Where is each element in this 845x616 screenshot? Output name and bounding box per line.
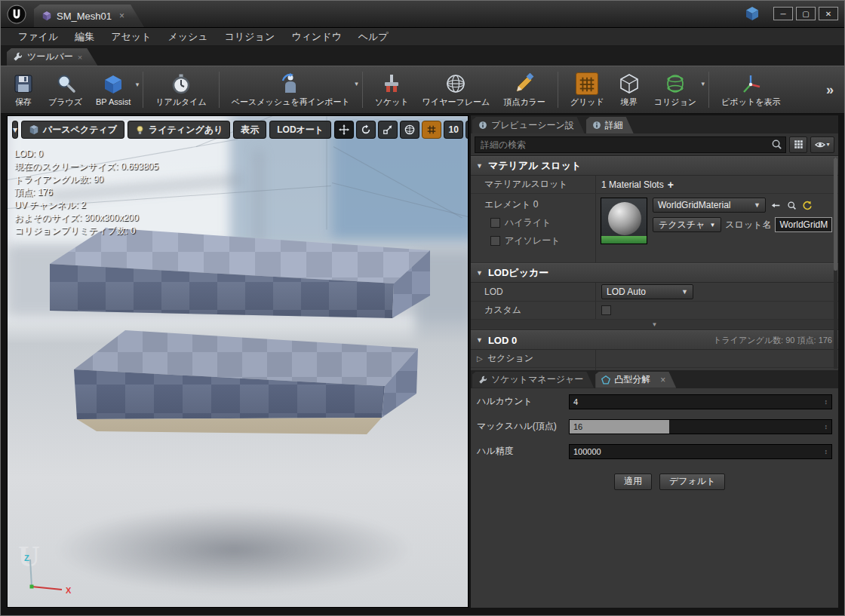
- vertex-color-icon: [513, 72, 536, 95]
- grid-size-value[interactable]: 10: [444, 121, 463, 139]
- browse-button[interactable]: ブラウズ: [41, 71, 89, 109]
- toolbar-tab-close-icon[interactable]: ×: [78, 53, 82, 62]
- isolate-checkbox[interactable]: [490, 236, 500, 246]
- reimport-button[interactable]: ベースメッシュを再インポート ▾: [225, 71, 357, 109]
- collision-button[interactable]: コリジョン ▾: [647, 71, 703, 109]
- section-lod-picker[interactable]: ▼LODピッカー: [471, 263, 838, 283]
- stat-lod: LOD: 0: [14, 148, 158, 161]
- material-thumbnail[interactable]: [601, 198, 647, 244]
- default-button[interactable]: デフォルト: [659, 473, 725, 490]
- socket-button[interactable]: ソケット: [368, 71, 416, 109]
- chevron-down-icon[interactable]: ▾: [355, 80, 358, 87]
- details-scrollbar[interactable]: [834, 158, 837, 369]
- angle-snap-button[interactable]: [466, 121, 469, 139]
- reset-icon[interactable]: [801, 199, 813, 211]
- tab-convex-decomposition[interactable]: 凸型分解 ×: [595, 372, 676, 388]
- menu-help[interactable]: ヘルプ: [350, 28, 397, 45]
- display-filter-button[interactable]: ▾: [810, 136, 834, 153]
- spin-fill: [570, 420, 669, 434]
- maximize-button[interactable]: ▢: [796, 7, 816, 20]
- toolbar-tab[interactable]: ツールバー ×: [7, 48, 97, 66]
- move-tool-button[interactable]: [334, 121, 354, 139]
- section-material-slots[interactable]: ▼マテリアル スロット: [471, 156, 838, 176]
- viewport[interactable]: ▾ パースペクティブ ライティングあり 表示 LODオート 10: [7, 115, 469, 608]
- add-material-slot-icon[interactable]: +: [668, 179, 674, 191]
- details-search-input[interactable]: [475, 136, 786, 153]
- grid-button[interactable]: グリッド: [564, 71, 611, 109]
- menubar: ファイル 編集 アセット メッシュ コリジョン ウィンドウ ヘルプ: [1, 28, 844, 46]
- toolbar-overflow-chevron-icon[interactable]: »: [820, 82, 840, 98]
- bp-assist-button[interactable]: BP Assist ▾: [89, 72, 137, 108]
- close-button[interactable]: ✕: [819, 7, 838, 20]
- details-search-row: ▾: [471, 133, 838, 156]
- vertex-color-button[interactable]: 頂点カラー: [496, 71, 552, 109]
- highlight-checkbox[interactable]: [490, 218, 500, 228]
- tab-close-icon[interactable]: ×: [660, 375, 665, 385]
- menu-window[interactable]: ウィンドウ: [283, 28, 350, 45]
- chevron-down-icon: ▼: [745, 201, 760, 209]
- slot-name-input[interactable]: WorldGridM: [775, 217, 832, 232]
- toolbar-tab-label: ツールバー: [27, 51, 73, 63]
- spin-arrows-icon[interactable]: ↕: [825, 448, 828, 455]
- menu-edit[interactable]: 編集: [66, 28, 103, 45]
- mesh-bottom-slab[interactable]: [68, 327, 421, 442]
- max-hull-input[interactable]: 16↕: [569, 419, 832, 434]
- tab-preview-scene[interactable]: プレビューシーン設: [472, 117, 585, 133]
- reimport-label: ベースメッシュを再インポート: [232, 97, 350, 108]
- lod-auto-button[interactable]: LODオート: [269, 121, 331, 139]
- scrollbar-thumb[interactable]: [834, 158, 837, 271]
- static-mesh-editor-window: SM_Mesh01 × ─ ▢ ✕ ファイル 編集 アセット メッシュ コリジョ…: [0, 0, 845, 616]
- element-label: エレメント 0: [484, 198, 595, 211]
- rotate-tool-button[interactable]: [356, 121, 376, 139]
- bp-assist-label: BP Assist: [96, 97, 131, 106]
- lit-mode-button[interactable]: ライティングあり: [128, 121, 230, 139]
- material-slots-label: マテリアルスロット: [471, 176, 596, 193]
- menu-asset[interactable]: アセット: [103, 28, 159, 45]
- realtime-button[interactable]: リアルタイム: [149, 71, 214, 109]
- tab-socket-manager[interactable]: ソケットマネージャー: [472, 372, 594, 388]
- bounds-button[interactable]: 境界: [611, 71, 647, 109]
- minimize-button[interactable]: ─: [773, 7, 793, 20]
- find-in-browser-icon[interactable]: [785, 199, 797, 211]
- hull-count-input[interactable]: 4↕: [569, 394, 832, 409]
- viewport-options-button[interactable]: ▾: [12, 121, 18, 139]
- perspective-button[interactable]: パースペクティブ: [21, 121, 124, 139]
- material-select[interactable]: WorldGridMaterial▼: [653, 198, 766, 213]
- asset-tab[interactable]: SM_Mesh01 ×: [34, 5, 144, 27]
- menu-collision[interactable]: コリジョン: [217, 28, 284, 45]
- scale-tool-button[interactable]: [378, 121, 398, 139]
- spin-arrows-icon[interactable]: ↕: [825, 423, 828, 431]
- window-controls: ─ ▢ ✕: [745, 6, 838, 21]
- save-button[interactable]: 保存: [5, 71, 41, 109]
- tab-details-label: 詳細: [605, 119, 623, 132]
- custom-row: カスタム: [471, 302, 838, 320]
- texture-dropdown-button[interactable]: テクスチャ▼: [653, 217, 721, 232]
- advanced-expander[interactable]: ▼: [471, 320, 838, 330]
- stat-screen-size: 現在のスクリーンサイズ: 0.693805: [14, 161, 158, 173]
- custom-checkbox[interactable]: [601, 305, 611, 315]
- mesh-top-slab[interactable]: [50, 226, 432, 326]
- back-arrow-icon[interactable]: [770, 199, 782, 211]
- lod-select[interactable]: LOD Auto▼: [601, 284, 693, 299]
- asset-tab-close-icon[interactable]: ×: [119, 11, 124, 21]
- show-pivot-button[interactable]: ピボットを表示: [714, 71, 787, 109]
- show-menu-button[interactable]: 表示: [233, 121, 266, 139]
- menu-mesh[interactable]: メッシュ: [159, 28, 216, 45]
- sections-label: セクション: [487, 352, 533, 365]
- details-panel: プレビューシーン設 詳細 ▾ ▼マテリアル スロット マテ: [471, 115, 838, 608]
- max-hull-label: マックスハル(頂点): [477, 420, 569, 433]
- world-space-button[interactable]: [400, 121, 419, 139]
- wireframe-button[interactable]: ワイヤーフレーム: [416, 71, 497, 109]
- chevron-down-icon[interactable]: ▾: [136, 81, 140, 88]
- collapsed-arrow-icon[interactable]: ▷: [477, 354, 483, 363]
- apply-button[interactable]: 適用: [614, 473, 652, 490]
- menu-file[interactable]: ファイル: [10, 28, 66, 45]
- snap-grid-button[interactable]: [422, 121, 441, 139]
- chevron-down-icon[interactable]: ▾: [702, 80, 705, 87]
- spin-arrows-icon[interactable]: ↕: [825, 398, 828, 406]
- hull-precision-input[interactable]: 100000↕: [569, 444, 832, 459]
- tab-details[interactable]: 詳細: [586, 117, 634, 133]
- property-matrix-button[interactable]: [789, 136, 807, 153]
- section-lod0[interactable]: ▼LOD 0トライアングル数: 90 頂点: 176: [471, 330, 838, 350]
- save-icon: [12, 72, 35, 95]
